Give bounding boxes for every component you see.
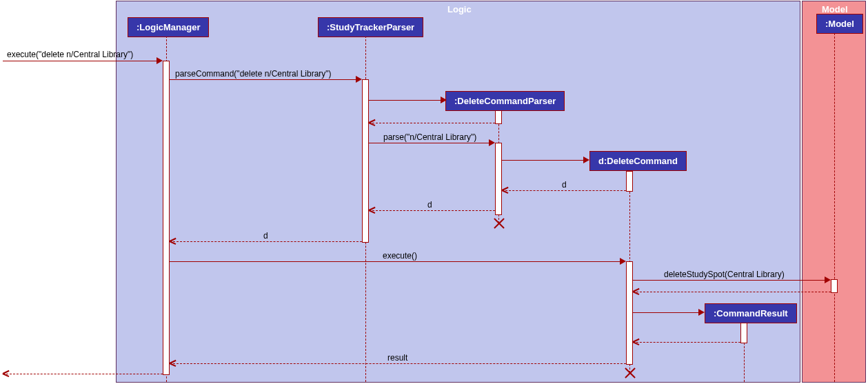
msg-d1: d: [562, 180, 567, 190]
arrow-create-dcp: [369, 100, 442, 101]
arrowhead-deletestudyspot: [825, 276, 831, 283]
activation-command-result: [740, 323, 747, 343]
destroy-dc: [623, 366, 636, 380]
activation-dc-create: [626, 171, 633, 192]
arrow-parse: [369, 143, 490, 143]
activation-dcp-parse: [495, 143, 502, 215]
arrowhead-create-cr: [698, 309, 705, 316]
participant-delete-command-parser: :DeleteCommandParser: [445, 91, 565, 111]
msg-result: result: [387, 353, 407, 363]
arrow-return-model: [633, 292, 831, 292]
msg-execute: execute("delete n/Central Library"): [7, 50, 133, 59]
arrow-parsecommand: [170, 79, 357, 80]
participant-logic-manager: :LogicManager: [128, 17, 209, 37]
arrowhead-create-dcp: [441, 97, 447, 103]
destroy-dcp: [492, 216, 505, 230]
logic-frame: Logic: [116, 1, 800, 383]
arrow-return-dcp: [369, 123, 495, 123]
msg-d3: d: [263, 231, 268, 241]
activation-dc-execute: [626, 261, 633, 365]
activation-study-tracker-parser: [362, 79, 369, 243]
msg-d2: d: [427, 200, 432, 210]
arrow-create-cr: [633, 312, 700, 313]
activation-model: [831, 279, 838, 293]
msg-deletestudyspot: deleteStudySpot(Central Library): [664, 270, 785, 279]
msg-parsecommand: parseCommand("delete n/Central Library"): [175, 69, 332, 79]
arrowhead-create-dc: [583, 156, 589, 163]
model-frame-label: Model: [822, 4, 848, 14]
arrowhead-parsecommand: [356, 76, 362, 83]
participant-model: :Model: [816, 14, 863, 34]
arrow-d1: [502, 190, 626, 191]
participant-study-tracker-parser: :StudyTrackerParser: [318, 17, 423, 37]
arrow-create-dc: [502, 160, 585, 161]
participant-command-result: :CommandResult: [705, 303, 797, 323]
arrow-deletestudyspot: [633, 280, 826, 281]
arrow-result: [170, 363, 626, 364]
msg-parse: parse("n/Central Library"): [383, 132, 476, 142]
activation-logic-manager: [163, 61, 170, 375]
msg-execute-call: execute(): [383, 251, 417, 261]
arrow-d3: [170, 241, 362, 242]
activation-dcp-create: [495, 110, 502, 124]
arrow-execute: [3, 61, 158, 61]
arrow-d2: [369, 210, 495, 211]
participant-delete-command: d:DeleteCommand: [589, 151, 687, 171]
arrow-return-cr: [633, 342, 740, 343]
arrowhead-parse: [489, 139, 495, 146]
arrow-final-return: [3, 374, 163, 374]
logic-frame-label: Logic: [447, 4, 472, 14]
arrow-execute-call: [170, 261, 621, 262]
arrowhead-execute-call: [620, 258, 626, 265]
arrowhead-execute: [157, 57, 163, 64]
lifeline-model: [834, 33, 835, 382]
